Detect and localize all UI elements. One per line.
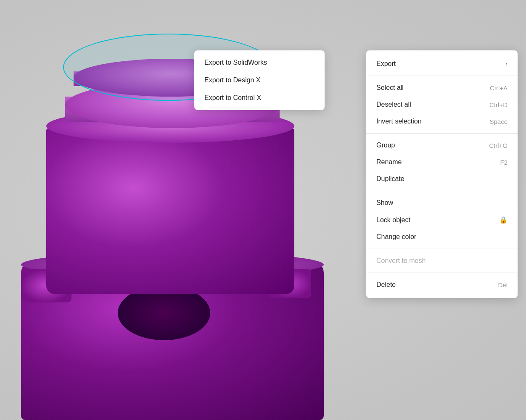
context-menu: Export › Select all Ctrl+A Deselect all … bbox=[366, 50, 518, 298]
export-solidworks-item[interactable]: Export to SolidWorks bbox=[194, 54, 325, 71]
select-all-item[interactable]: Select all Ctrl+A bbox=[366, 79, 518, 96]
invert-selection-label: Invert selection bbox=[376, 118, 422, 125]
lock-icon: 🔒 bbox=[499, 216, 507, 224]
group-shortcut: Ctrl+G bbox=[489, 142, 507, 149]
divider-5 bbox=[366, 273, 518, 273]
export-controlx-item[interactable]: Export to Control X bbox=[194, 89, 325, 107]
convert-section: Convert to mesh bbox=[366, 251, 518, 271]
rename-shortcut: F2 bbox=[500, 159, 507, 166]
lock-object-label: Lock object bbox=[376, 216, 410, 224]
divider-4 bbox=[366, 249, 518, 249]
rename-item[interactable]: Rename F2 bbox=[366, 154, 518, 171]
select-all-label: Select all bbox=[376, 84, 404, 92]
convert-to-mesh-label: Convert to mesh bbox=[376, 257, 426, 265]
divider-2 bbox=[366, 133, 518, 134]
duplicate-item[interactable]: Duplicate bbox=[366, 171, 518, 187]
show-label: Show bbox=[376, 199, 393, 207]
delete-shortcut: Del bbox=[498, 281, 507, 289]
export-label: Export bbox=[376, 60, 396, 68]
invert-selection-item[interactable]: Invert selection Space bbox=[366, 113, 518, 130]
group-label: Group bbox=[376, 142, 395, 149]
delete-item[interactable]: Delete Del bbox=[366, 276, 518, 293]
main-cylinder bbox=[46, 118, 294, 294]
object-section: Group Ctrl+G Rename F2 Duplicate bbox=[366, 135, 518, 189]
export-section: Export › bbox=[366, 54, 518, 74]
deselect-all-shortcut: Ctrl+D bbox=[489, 101, 507, 108]
divider-3 bbox=[366, 191, 518, 191]
select-all-shortcut: Ctrl+A bbox=[490, 84, 507, 92]
delete-label: Delete bbox=[376, 281, 396, 289]
export-arrow: › bbox=[505, 60, 507, 67]
selection-section: Select all Ctrl+A Deselect all Ctrl+D In… bbox=[366, 78, 518, 131]
rename-label: Rename bbox=[376, 158, 402, 166]
export-item[interactable]: Export › bbox=[366, 55, 518, 72]
divider-1 bbox=[366, 76, 518, 76]
convert-to-mesh-item[interactable]: Convert to mesh bbox=[366, 252, 518, 269]
change-color-label: Change color bbox=[376, 233, 416, 241]
lock-object-item[interactable]: Lock object 🔒 bbox=[366, 211, 518, 228]
deselect-all-item[interactable]: Deselect all Ctrl+D bbox=[366, 96, 518, 113]
duplicate-label: Duplicate bbox=[376, 175, 404, 183]
group-item[interactable]: Group Ctrl+G bbox=[366, 137, 518, 154]
change-color-item[interactable]: Change color bbox=[366, 228, 518, 245]
export-designx-item[interactable]: Export to Design X bbox=[194, 71, 325, 89]
deselect-all-label: Deselect all bbox=[376, 101, 411, 108]
delete-section: Delete Del bbox=[366, 275, 518, 295]
export-submenu: Export to SolidWorks Export to Design X … bbox=[194, 50, 325, 110]
show-item[interactable]: Show bbox=[366, 194, 518, 211]
visibility-section: Show Lock object 🔒 Change color bbox=[366, 193, 518, 247]
invert-selection-shortcut: Space bbox=[489, 118, 507, 125]
